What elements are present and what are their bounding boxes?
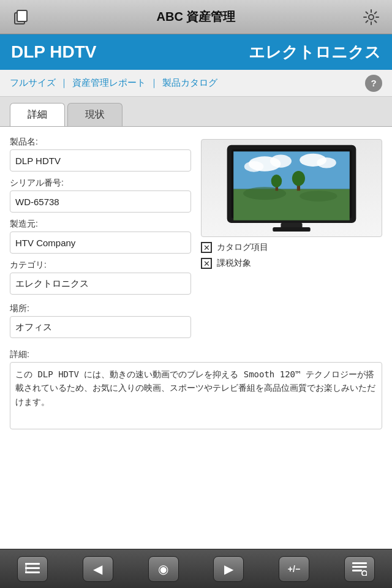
search-button[interactable] [344,556,375,582]
breadcrumb-fullsize[interactable]: フルサイズ [10,77,56,89]
location-input[interactable] [10,316,191,338]
svg-point-2 [369,15,374,20]
svg-rect-26 [352,570,362,571]
add-remove-button[interactable]: +/− [279,556,309,582]
svg-rect-25 [352,566,367,568]
svg-point-8 [244,161,264,172]
product-name-group: 製品名: [10,137,191,172]
svg-rect-20 [25,563,40,565]
serial-input[interactable] [10,190,191,213]
back-button[interactable]: ◀ [83,556,113,582]
settings-icon[interactable] [360,6,382,28]
product-name-label: 製品名: [10,137,191,148]
detail-label: 詳細: [10,349,382,360]
tax-checkbox-item[interactable]: ✕ 課税対象 [201,258,382,269]
manufacturer-group: 製造元: [10,219,191,254]
left-column: 製品名: シリアル番号: 製造元: カテゴリ: [10,137,191,301]
svg-line-28 [366,575,367,576]
svg-point-17 [271,175,282,187]
breadcrumb-report[interactable]: 資産管理レポート [72,77,146,89]
category-label: カテゴリ: [10,260,191,271]
fields-grid: 製品名: シリアル番号: 製造元: カテゴリ: [10,137,382,301]
svg-point-12 [243,187,286,200]
serial-label: シリアル番号: [10,178,191,189]
breadcrumb-sep-1: ｜ [59,77,69,89]
main-content: 製品名: シリアル番号: 製造元: カテゴリ: [0,126,392,550]
back-icon: ◀ [93,562,102,576]
manufacturer-label: 製造元: [10,219,191,230]
svg-rect-22 [25,571,40,573]
breadcrumb-catalog[interactable]: 製品カタログ [162,77,217,89]
svg-point-7 [270,155,292,168]
serial-group: シリアル番号: [10,178,191,213]
checkboxes-container: ✕ カタログ項目 ✕ 課税対象 [201,242,382,274]
blue-header: DLP HDTV エレクトロニクス [0,34,392,70]
detail-group: 詳細: [10,349,382,432]
tax-checkbox-label: 課税対象 [217,258,251,269]
location-label: 場所: [10,303,191,314]
svg-rect-24 [352,562,367,564]
svg-rect-19 [273,227,310,232]
forward-button[interactable]: ▶ [213,556,244,582]
svg-rect-21 [25,567,40,569]
catalog-checkbox-label: カタログ項目 [217,242,268,253]
manufacturer-input[interactable] [10,232,191,254]
svg-rect-1 [17,10,27,21]
category-title: エレクトロニクス [249,42,381,63]
home-button[interactable]: ◉ [148,556,179,582]
location-group: 場所: [10,303,191,338]
right-column: ✕ カタログ項目 ✕ 課税対象 [201,137,382,301]
svg-rect-23 [25,563,27,573]
help-button[interactable]: ? [365,75,382,92]
tabs-container: 詳細 現状 [0,97,392,126]
list-button[interactable] [17,556,48,582]
tab-detail[interactable]: 詳細 [10,103,65,126]
copy-icon[interactable] [10,6,32,28]
catalog-checkbox[interactable]: ✕ [201,242,212,253]
category-input[interactable] [10,273,191,295]
product-name-input[interactable] [10,149,191,172]
top-navigation-bar: ABC 資産管理 [0,0,392,34]
app-title: ABC 資産管理 [32,9,360,25]
add-remove-icon: +/− [288,564,300,574]
svg-point-13 [300,190,337,202]
breadcrumb-sep-2: ｜ [149,77,159,89]
category-group: カテゴリ: [10,260,191,295]
product-title: DLP HDTV [11,42,97,62]
tax-checkbox[interactable]: ✕ [201,258,212,269]
detail-textarea[interactable] [10,362,382,429]
catalog-checkbox-item[interactable]: ✕ カタログ項目 [201,242,382,253]
svg-point-10 [317,157,336,168]
svg-point-15 [292,171,305,186]
home-icon: ◉ [158,562,168,576]
tab-status[interactable]: 現状 [67,103,123,126]
forward-icon: ▶ [224,562,233,576]
breadcrumb-bar: フルサイズ ｜ 資産管理レポート ｜ 製品カタログ ? [0,70,392,97]
product-image [201,139,382,237]
bottom-toolbar: ◀ ◉ ▶ +/− [0,549,392,588]
